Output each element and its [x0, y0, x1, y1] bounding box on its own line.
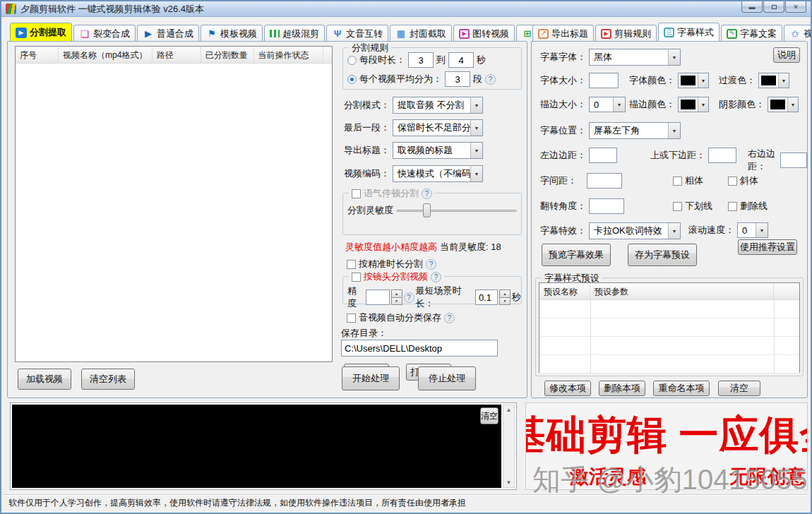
- column-header[interactable]: 预设参数: [590, 283, 774, 299]
- font-color-label: 字体颜色：: [629, 74, 675, 87]
- last-segment-select[interactable]: 保留时长不足部分 ▼: [393, 119, 483, 136]
- subtitle-font-label: 字幕字体：: [540, 51, 586, 64]
- slider-handle[interactable]: [423, 203, 431, 217]
- duration-to-input[interactable]: [448, 52, 474, 68]
- save-dir-input[interactable]: [341, 340, 498, 357]
- split-mode-select[interactable]: 提取音频 不分割 ▼: [393, 97, 483, 114]
- tab-subtitle-style[interactable]: ☰ 字幕样式: [658, 23, 720, 42]
- stroke-size-select[interactable]: 0 ▼: [589, 97, 626, 112]
- transition-color-select[interactable]: ▼: [758, 73, 789, 88]
- font-color-select[interactable]: ▼: [678, 73, 709, 88]
- tab-edit-rule[interactable]: ▶ 剪辑规则: [595, 25, 657, 42]
- tab-subtitle-copy[interactable]: ✎ 字幕文案: [721, 25, 782, 42]
- edit-rule-icon: ▶: [601, 29, 611, 39]
- video-list[interactable]: 序号 视频名称（mp4格式） 路径 已分割数量 当前操作状态: [15, 46, 333, 362]
- shadow-color-select[interactable]: ▼: [768, 97, 799, 112]
- precision-stepper[interactable]: ▲▼: [391, 289, 402, 305]
- help-icon[interactable]: ?: [422, 189, 432, 199]
- column-header[interactable]: 已分割数量: [201, 47, 254, 63]
- tab-super-mix[interactable]: 超级混剪: [264, 25, 325, 42]
- minimize-button[interactable]: ▬: [741, 1, 763, 13]
- duration-from-input[interactable]: [408, 52, 434, 68]
- tab-export-title[interactable]: ↗ 导出标题: [532, 25, 594, 42]
- column-header[interactable]: 视频名称（mp4格式）: [59, 47, 153, 63]
- start-process-button[interactable]: 开始处理: [342, 366, 400, 390]
- scroll-up-icon[interactable]: ▲: [506, 405, 512, 414]
- per-duration-radio[interactable]: [347, 56, 357, 65]
- strike-checkbox[interactable]: [728, 202, 737, 211]
- avg-split-radio[interactable]: [347, 75, 357, 84]
- pause-split-checkbox[interactable]: [352, 189, 361, 198]
- modify-preset-button[interactable]: 修改本项: [544, 381, 591, 396]
- scroll-down-icon[interactable]: ▼: [506, 478, 512, 487]
- left-margin-label: 左边边距：: [540, 149, 586, 162]
- right-margin-input[interactable]: [780, 153, 807, 168]
- min-scene-input[interactable]: [475, 289, 498, 305]
- video-encode-select[interactable]: 快速模式（不编码） ▼: [393, 165, 483, 182]
- bold-checkbox[interactable]: [673, 177, 682, 186]
- rotate-angle-input[interactable]: [589, 198, 624, 214]
- load-video-button[interactable]: 加载视频: [18, 369, 71, 390]
- split-extract-page: 序号 视频名称（mp4格式） 路径 已分割数量 当前操作状态 加载视频 清空列表…: [7, 41, 527, 398]
- column-header[interactable]: 路径: [153, 47, 201, 63]
- precise-split-checkbox[interactable]: [347, 260, 356, 269]
- help-icon[interactable]: ?: [444, 313, 455, 323]
- tab-text-audio[interactable]: Ψ 文音互转: [326, 25, 388, 42]
- split-mode-value: 提取音频 不分割: [393, 99, 470, 112]
- video-process-icon: ⊞: [522, 28, 533, 39]
- video-encode-value: 快速模式（不编码）: [393, 167, 470, 180]
- rename-preset-button[interactable]: 重命名本项: [653, 381, 710, 396]
- clear-presets-button[interactable]: 清空: [718, 381, 760, 396]
- subtitle-font-select[interactable]: 黑体 ▼: [589, 49, 681, 66]
- font-size-input[interactable]: [589, 73, 619, 88]
- left-margin-input[interactable]: [589, 148, 617, 163]
- save-subtitle-preset-button[interactable]: 存为字幕预设: [628, 244, 697, 266]
- delete-preset-button[interactable]: 删除本项: [599, 381, 645, 396]
- stroke-color-select[interactable]: ▼: [678, 97, 709, 112]
- min-scene-label: 最短场景时长：: [416, 285, 474, 310]
- italic-checkbox[interactable]: [728, 177, 737, 186]
- tab-normal-merge[interactable]: ▶ 普通合成: [137, 25, 199, 42]
- help-icon[interactable]: ?: [431, 272, 441, 282]
- subtitle-position-select[interactable]: 屏幕左下角 ▼: [589, 122, 681, 139]
- tab-video-sticker[interactable]: ✩ 视频贴纸: [784, 25, 812, 42]
- letter-spacing-label: 字间距：: [540, 174, 577, 187]
- preview-subtitle-button[interactable]: 预览字幕效果: [542, 244, 611, 266]
- log-output[interactable]: 清空: [12, 405, 501, 488]
- help-icon[interactable]: ?: [426, 259, 436, 270]
- avg-segments-input[interactable]: [445, 71, 470, 87]
- letter-spacing-input[interactable]: [587, 173, 622, 189]
- tab-fission-merge[interactable]: ❏ 裂变合成: [73, 25, 136, 42]
- subtitle-effect-select[interactable]: 卡拉OK歌词特效 ▼: [589, 222, 681, 239]
- tab-cover-capture[interactable]: ▦ 封面截取: [390, 25, 452, 42]
- clear-list-button[interactable]: 清空列表: [81, 369, 135, 390]
- font-help-button[interactable]: 说明: [773, 47, 800, 63]
- column-header[interactable]: 序号: [16, 47, 59, 63]
- help-icon[interactable]: ?: [485, 74, 496, 85]
- use-recommend-button[interactable]: 使用推荐设置: [738, 239, 797, 255]
- column-header[interactable]: 预设名称: [539, 283, 590, 299]
- maximize-button[interactable]: [763, 1, 784, 13]
- shot-split-checkbox[interactable]: [352, 273, 361, 282]
- column-header[interactable]: 当前操作状态: [254, 47, 323, 63]
- export-title-icon: ↗: [538, 29, 549, 39]
- column-header-spacer: [774, 283, 799, 299]
- sensitivity-slider[interactable]: [396, 203, 517, 217]
- scroll-speed-select[interactable]: 0 ▼: [737, 222, 768, 238]
- stroke-size-label: 描边大小：: [540, 98, 586, 111]
- clear-log-button[interactable]: 清空: [480, 407, 498, 424]
- preset-list[interactable]: 预设名称 预设参数: [539, 282, 800, 373]
- tab-split-extract[interactable]: ▶ 分割提取: [10, 23, 72, 42]
- underline-checkbox[interactable]: [673, 202, 682, 211]
- close-button[interactable]: ✕: [785, 1, 806, 13]
- precision-input[interactable]: [366, 289, 390, 305]
- log-scrollbar[interactable]: ▲ ▼: [503, 405, 515, 488]
- auto-classify-checkbox[interactable]: [347, 313, 356, 323]
- tab-template-video[interactable]: ⚑ 模板视频: [201, 25, 263, 42]
- tb-margin-input[interactable]: [708, 148, 736, 163]
- min-scene-stepper[interactable]: ▲▼: [499, 289, 511, 305]
- help-icon[interactable]: ?: [404, 292, 414, 303]
- tab-image-to-video[interactable]: ▶ 图转视频: [453, 25, 515, 42]
- stop-process-button[interactable]: 停止处理: [418, 366, 476, 390]
- export-title-select[interactable]: 取视频的标题 ▼: [393, 142, 483, 159]
